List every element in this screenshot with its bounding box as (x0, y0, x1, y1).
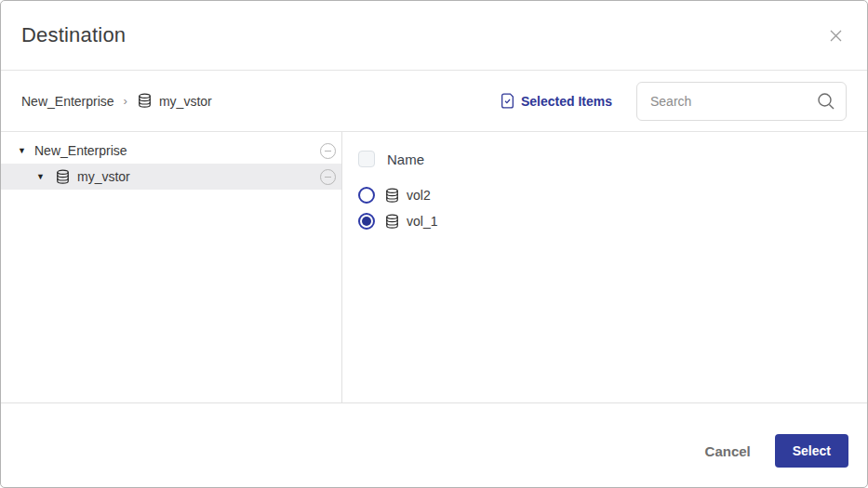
cancel-button[interactable]: Cancel (705, 443, 751, 459)
page-title: Destination (21, 23, 126, 47)
dialog-header: Destination (1, 1, 867, 71)
breadcrumb: New_Enterprise › my_vstor (21, 93, 212, 109)
tree-item-label: New_Enterprise (34, 143, 127, 158)
list-item-label: vol2 (407, 188, 431, 203)
dialog-footer: Cancel Select (1, 402, 867, 487)
close-icon[interactable] (826, 26, 845, 45)
collapse-minus-icon[interactable] (320, 169, 336, 185)
tree-item-new-enterprise[interactable]: ▼ New_Enterprise (1, 138, 341, 164)
select-button[interactable]: Select (775, 434, 848, 468)
destination-dialog: Destination New_Enterprise › my_v (0, 0, 868, 488)
tree-item-label: my_vstor (77, 169, 130, 184)
collapse-minus-icon[interactable] (320, 143, 336, 159)
tree-item-my-vstor[interactable]: ▼ my_vstor (1, 164, 341, 190)
radio-checked[interactable] (358, 213, 375, 230)
database-icon (55, 169, 71, 185)
list-header: Name (358, 143, 867, 175)
caret-down-icon[interactable]: ▼ (36, 172, 46, 181)
tree-panel: ▼ New_Enterprise ▼ my_vstor (1, 132, 342, 402)
breadcrumb-current: my_vstor (137, 93, 212, 109)
dialog-body: ▼ New_Enterprise ▼ my_vstor (1, 132, 867, 402)
list-panel: Name vol2 (342, 132, 867, 402)
breadcrumb-root[interactable]: New_Enterprise (21, 94, 114, 109)
search-box (636, 82, 847, 121)
list-item-vol-1[interactable]: vol_1 (358, 208, 867, 234)
caret-down-icon[interactable]: ▼ (18, 146, 27, 155)
breadcrumb-current-label: my_vstor (159, 94, 212, 109)
selected-items-button[interactable]: Selected Items (501, 93, 612, 109)
name-column-header: Name (387, 152, 424, 167)
list-item-vol2[interactable]: vol2 (358, 182, 867, 208)
radio-unchecked[interactable] (358, 187, 375, 204)
document-check-icon (501, 93, 514, 109)
list-rows: vol2 vol_1 (358, 182, 867, 234)
database-icon (384, 188, 400, 204)
selected-items-label: Selected Items (521, 94, 612, 109)
search-icon[interactable] (816, 91, 836, 112)
breadcrumb-separator: › (124, 94, 127, 108)
database-icon (137, 93, 153, 109)
list-item-label: vol_1 (407, 214, 437, 229)
toolbar-right: Selected Items (501, 82, 847, 121)
database-icon (384, 214, 400, 230)
dialog-toolbar: New_Enterprise › my_vstor (1, 71, 867, 132)
select-all-checkbox[interactable] (358, 151, 375, 167)
